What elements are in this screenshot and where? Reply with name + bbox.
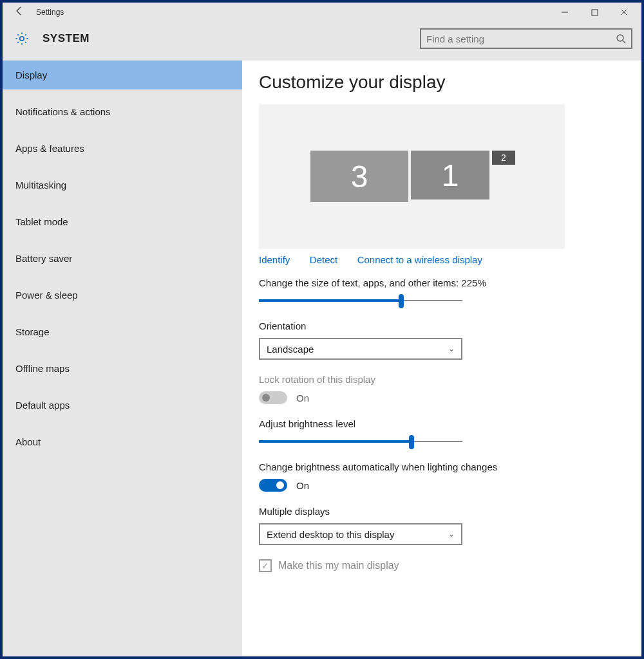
titlebar: Settings <box>3 3 641 22</box>
monitor-1[interactable]: 1 <box>411 151 489 200</box>
search-box[interactable] <box>420 28 632 49</box>
back-button[interactable] <box>5 6 33 19</box>
monitor-3[interactable]: 3 <box>310 151 408 202</box>
main-display-label: Make this my main display <box>278 560 399 571</box>
sidebar-item-default-apps[interactable]: Default apps <box>3 391 242 420</box>
settings-window: Settings SYSTEM Display <box>0 0 644 659</box>
sidebar-item-offline-maps[interactable]: Offline maps <box>3 354 242 383</box>
sidebar-item-storage[interactable]: Storage <box>3 317 242 346</box>
chevron-down-icon: ⌄ <box>448 530 455 539</box>
svg-point-3 <box>617 35 623 41</box>
sidebar-item-multitasking[interactable]: Multitasking <box>3 171 242 200</box>
search-icon <box>616 33 626 44</box>
scale-slider[interactable] <box>259 295 462 306</box>
sidebar-item-about[interactable]: About <box>3 427 242 456</box>
multiple-displays-label: Multiple displays <box>259 506 625 517</box>
monitor-2[interactable]: 2 <box>492 151 515 165</box>
search-input[interactable] <box>426 33 616 44</box>
gear-icon <box>14 31 30 46</box>
display-links: Identify Detect Connect to a wireless di… <box>259 254 625 266</box>
section-title: SYSTEM <box>43 32 90 45</box>
brightness-label: Adjust brightness level <box>259 418 625 429</box>
auto-brightness-label: Change brightness automatically when lig… <box>259 461 625 472</box>
sidebar-item-tablet-mode[interactable]: Tablet mode <box>3 207 242 236</box>
sidebar-item-display[interactable]: Display <box>3 60 242 89</box>
svg-rect-1 <box>592 10 598 15</box>
svg-line-4 <box>623 41 625 43</box>
scale-label: Change the size of text, apps, and other… <box>259 277 625 288</box>
main-display-row: ✓ Make this my main display <box>259 559 625 572</box>
content-pane: Customize your display 3 1 2 Identify De… <box>242 60 641 656</box>
orientation-select[interactable]: Landscape ⌄ <box>259 338 462 360</box>
svg-point-2 <box>20 37 24 41</box>
close-button[interactable] <box>609 3 639 22</box>
detect-link[interactable]: Detect <box>310 254 337 265</box>
multiple-displays-select[interactable]: Extend desktop to this display ⌄ <box>259 523 462 545</box>
orientation-value: Landscape <box>267 344 314 355</box>
chevron-down-icon: ⌄ <box>448 344 455 353</box>
maximize-button[interactable] <box>580 3 609 22</box>
page-title: Customize your display <box>259 72 625 93</box>
lock-rotation-state: On <box>296 393 309 404</box>
lock-rotation-label: Lock rotation of this display <box>259 374 625 385</box>
sidebar: Display Notifications & actions Apps & f… <box>3 60 242 656</box>
main-display-checkbox: ✓ <box>259 559 272 572</box>
sidebar-item-battery-saver[interactable]: Battery saver <box>3 244 242 273</box>
auto-brightness-state: On <box>296 480 309 491</box>
sidebar-item-notifications[interactable]: Notifications & actions <box>3 97 242 126</box>
multiple-displays-value: Extend desktop to this display <box>267 529 394 540</box>
auto-brightness-toggle[interactable] <box>259 479 287 492</box>
window-title: Settings <box>33 8 64 17</box>
sidebar-item-apps-features[interactable]: Apps & features <box>3 134 242 163</box>
display-arrangement[interactable]: 3 1 2 <box>259 104 565 249</box>
header: SYSTEM <box>3 22 641 60</box>
minimize-button[interactable] <box>550 3 580 22</box>
lock-rotation-toggle <box>259 391 287 404</box>
brightness-slider[interactable] <box>259 436 462 447</box>
orientation-label: Orientation <box>259 320 625 331</box>
identify-link[interactable]: Identify <box>259 254 290 265</box>
wireless-display-link[interactable]: Connect to a wireless display <box>357 254 482 265</box>
sidebar-item-power-sleep[interactable]: Power & sleep <box>3 281 242 310</box>
